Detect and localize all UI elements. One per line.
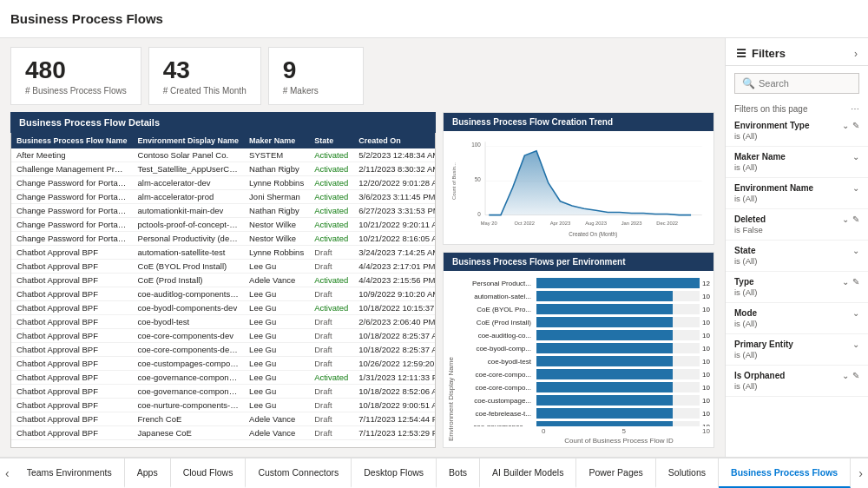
tab-item-teams-environments[interactable]: Teams Environments: [15, 458, 125, 488]
table-row[interactable]: Chatbot Approval BPFcoe-byodl-testLee Gu…: [11, 315, 436, 329]
bar-outer: [536, 278, 700, 288]
tab-item-business-process-flows[interactable]: Business Process Flows: [719, 458, 851, 488]
filter-item[interactable]: Mode⌄is (All): [726, 303, 868, 334]
filter-name: Maker Name: [734, 152, 786, 162]
bar-value: 10: [700, 371, 710, 379]
table-cell: Lee Gu: [244, 343, 309, 357]
table-cell: Lee Gu: [244, 385, 309, 399]
kpi-card-2: 9 # Makers: [268, 47, 364, 105]
table-row[interactable]: Chatbot Approval BPFJapanese CoEAdele Va…: [11, 426, 436, 440]
filter-chevron-icon[interactable]: ⌄: [852, 183, 859, 193]
table-row[interactable]: Chatbot Approval BPFCoE (Prod Install)Ad…: [11, 274, 436, 287]
filter-item[interactable]: Maker Name⌄is (All): [726, 147, 868, 178]
table-cell: pctools-proof-of-concept-dev: [133, 218, 245, 232]
tab-item-power-pages[interactable]: Power Pages: [576, 458, 655, 488]
table-row[interactable]: Change Password for Portals Contactalm-a…: [11, 176, 436, 190]
tab-prev[interactable]: ‹: [0, 458, 15, 488]
filters-more-icon[interactable]: ⋯: [851, 104, 859, 114]
filter-edit-icon[interactable]: ✎: [852, 371, 859, 380]
table-row[interactable]: After MeetingContoso Solar Panel Co.SYST…: [11, 148, 436, 162]
filter-chevron-icon[interactable]: ⌄: [842, 214, 849, 224]
filters-search-input[interactable]: [759, 78, 852, 89]
table-cell: 10/18/2022 8:52:06 AM: [353, 385, 436, 399]
table-cell: Chatbot Approval BPF: [11, 371, 133, 385]
table-cell: Chatbot Approval BPF: [11, 274, 133, 287]
filter-item[interactable]: State⌄is (All): [726, 241, 868, 272]
filter-chevron-icon[interactable]: ⌄: [852, 308, 859, 318]
table-cell: Draft: [309, 343, 353, 357]
table-cell: Activated: [309, 204, 353, 218]
table-row[interactable]: Chatbot Approval BPFFrench CoEAdele Vanc…: [11, 412, 436, 426]
table-row[interactable]: Chatbot Approval BPFcoe-byodl-components…: [11, 301, 436, 315]
filter-item[interactable]: Primary Entity⌄is (All): [726, 334, 868, 366]
filter-item-header: State⌄: [734, 246, 859, 255]
filter-chevron-icon[interactable]: ⌄: [842, 121, 849, 130]
filter-edit-icon[interactable]: ✎: [852, 277, 859, 287]
filter-chevron-icon[interactable]: ⌄: [852, 340, 859, 349]
table-cell: Adele Vance: [244, 274, 309, 287]
filters-search-box[interactable]: 🔍: [734, 73, 859, 94]
filter-edit-icon[interactable]: ✎: [852, 121, 859, 130]
table-row[interactable]: Chatbot Approval BPFCoE (BYOL Prod Insta…: [11, 260, 436, 274]
bar-value: 10: [700, 293, 710, 300]
col-created: Created On: [353, 133, 436, 148]
tab-item-cloud-flows[interactable]: Cloud Flows: [171, 458, 247, 488]
table-cell: Nathan Rigby: [244, 204, 309, 218]
table-row[interactable]: Chatbot Approval BPFcoe-core-components-…: [11, 329, 436, 343]
tab-item-apps[interactable]: Apps: [125, 458, 171, 488]
filters-expand-icon[interactable]: ›: [854, 48, 858, 60]
filter-chevron-icon[interactable]: ⌄: [852, 246, 859, 255]
bar-outer: [536, 291, 700, 301]
filter-icons: ⌄: [852, 152, 859, 162]
filter-edit-icon[interactable]: ✎: [852, 214, 859, 224]
bar-chart-content[interactable]: Personal Product...12automation-satel...…: [458, 274, 710, 426]
tab-item-ai-builder-models[interactable]: AI Builder Models: [480, 458, 576, 488]
table-container[interactable]: Business Process Flow Name Environment D…: [10, 133, 436, 448]
filter-chevron-icon[interactable]: ⌄: [842, 371, 849, 380]
filter-item[interactable]: Type⌄✎is (All): [726, 272, 868, 303]
filter-chevron-icon[interactable]: ⌄: [852, 152, 859, 162]
table-row[interactable]: Chatbot Approval BPFcoe-core-components-…: [11, 343, 436, 357]
table-row[interactable]: Change Password for Portals ContactPerso…: [11, 232, 436, 246]
table-row[interactable]: Change Password for Portals Contactalm-a…: [11, 190, 436, 204]
table-cell: Chatbot Approval BPF: [11, 329, 133, 343]
table-cell: Chatbot Approval BPF: [11, 357, 133, 371]
table-cell: Nathan Rigby: [244, 162, 309, 176]
table-row[interactable]: Chatbot Approval BPFcoe-governance-compo…: [11, 371, 436, 385]
tab-item-solutions[interactable]: Solutions: [656, 458, 719, 488]
table-row[interactable]: Chatbot Approval BPFcoe-governance-compo…: [11, 385, 436, 399]
table-cell: alm-accelerator-prod: [133, 190, 245, 204]
table-cell: Japanese CoE: [133, 426, 245, 440]
kpi-number-1: 43: [163, 56, 247, 84]
bar-outer: [536, 421, 700, 426]
svg-text:Dec 2022: Dec 2022: [656, 221, 678, 226]
table-cell: Lee Gu: [244, 399, 309, 412]
tab-next[interactable]: ›: [853, 458, 868, 488]
table-row[interactable]: Change Password for Portals Contactautom…: [11, 204, 436, 218]
table-row[interactable]: Chatbot Approval BPFcoe-auditlog-compone…: [11, 287, 436, 301]
table-row[interactable]: Challenge Management ProcessTest_Satelli…: [11, 162, 436, 176]
table-row[interactable]: Chatbot Approval BPFautomation-satellite…: [11, 246, 436, 260]
table-cell: 10/26/2022 12:59:20 PM: [353, 357, 436, 371]
table-cell: Draft: [309, 426, 353, 440]
filter-item[interactable]: Environment Name⌄is (All): [726, 178, 868, 209]
table-cell: coe-nurture-components-dev: [133, 399, 245, 412]
bar-value: 10: [700, 319, 710, 326]
table-header-row: Business Process Flow Name Environment D…: [11, 133, 436, 148]
tab-item-desktop-flows[interactable]: Desktop Flows: [352, 458, 437, 488]
table-row[interactable]: Chatbot Approval BPFcoe-custompages-comp…: [11, 357, 436, 371]
filter-icons: ⌄✎: [842, 121, 859, 130]
filter-chevron-icon[interactable]: ⌄: [842, 277, 849, 287]
table-cell: Activated: [309, 301, 353, 315]
table-cell: coe-governance-components-dev: [133, 371, 245, 385]
tab-item-bots[interactable]: Bots: [437, 458, 480, 488]
tab-item-custom-connectors[interactable]: Custom Connectors: [246, 458, 352, 488]
table-cell: Draft: [309, 357, 353, 371]
kpi-row: 480 # Business Process Flows 43 # Create…: [10, 47, 714, 105]
table-cell: Activated: [309, 176, 353, 190]
filter-item[interactable]: Environment Type⌄✎is (All): [726, 115, 868, 147]
table-row[interactable]: Chatbot Approval BPFcoe-nurture-componen…: [11, 399, 436, 412]
table-row[interactable]: Change Password for Portals Contactpctoo…: [11, 218, 436, 232]
filter-item[interactable]: Deleted⌄✎is False: [726, 209, 868, 241]
filter-item[interactable]: Is Orphaned⌄✎is (All): [726, 366, 868, 397]
